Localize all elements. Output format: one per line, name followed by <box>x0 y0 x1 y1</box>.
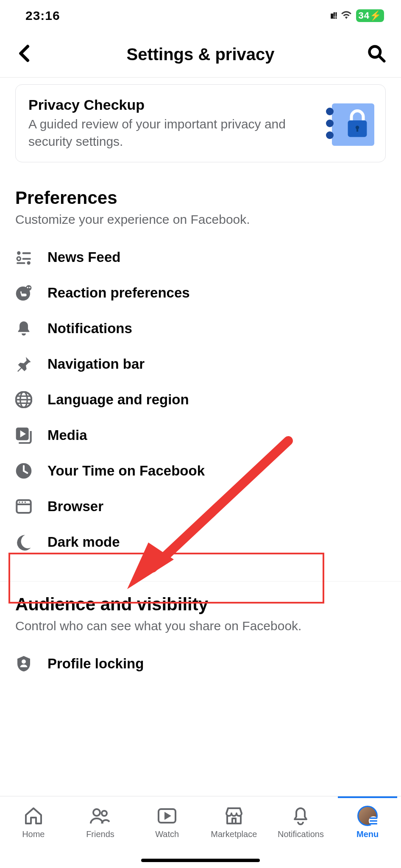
tab-bar: Home Friends Watch Marketplace Notificat… <box>0 796 401 868</box>
section-audience: Audience and visibility Control who can … <box>0 581 401 682</box>
section-title: Preferences <box>15 188 386 208</box>
svg-line-1 <box>379 56 384 61</box>
card-title: Privacy Checkup <box>28 97 316 113</box>
svg-rect-23 <box>17 500 31 513</box>
row-label: News Feed <box>47 249 120 265</box>
clock-icon <box>15 462 32 479</box>
tab-home[interactable]: Home <box>8 805 59 839</box>
section-preferences: Preferences Customize your experience on… <box>0 175 401 581</box>
menu-avatar-icon <box>356 805 379 827</box>
row-label: Media <box>47 427 87 443</box>
pin-icon <box>15 356 32 373</box>
page-header: Settings & privacy <box>0 27 401 78</box>
page-title: Settings & privacy <box>34 45 367 64</box>
svg-point-12 <box>26 285 31 291</box>
reaction-icon <box>15 284 32 301</box>
row-label: Browser <box>47 498 103 515</box>
svg-marker-34 <box>165 813 170 818</box>
row-navigation-bar[interactable]: Navigation bar <box>15 346 386 382</box>
svg-point-7 <box>17 257 20 260</box>
tab-label: Friends <box>86 829 114 839</box>
row-label: Dark mode <box>47 534 120 550</box>
friends-icon <box>89 805 111 827</box>
tab-label: Home <box>22 829 45 839</box>
battery-icon: 34⚡ <box>356 9 384 22</box>
svg-rect-4 <box>356 128 358 132</box>
tab-label: Marketplace <box>211 829 257 839</box>
row-news-feed[interactable]: News Feed <box>15 239 386 275</box>
cellular-icon: ıı!! <box>330 10 337 21</box>
shield-icon <box>15 655 32 672</box>
row-label: Language and region <box>47 392 189 408</box>
card-desc: A guided review of your important privac… <box>28 116 316 150</box>
svg-point-28 <box>22 659 26 664</box>
svg-point-31 <box>93 809 100 816</box>
globe-icon <box>15 391 32 408</box>
row-notifications[interactable]: Notifications <box>15 311 386 346</box>
feed-icon <box>15 249 32 266</box>
svg-point-26 <box>22 501 23 503</box>
home-icon <box>22 805 45 827</box>
browser-icon <box>15 498 32 515</box>
home-indicator[interactable] <box>141 859 260 862</box>
tab-label: Watch <box>155 829 179 839</box>
section-desc: Customize your experience on Facebook. <box>15 212 386 227</box>
tab-marketplace[interactable]: Marketplace <box>209 805 259 839</box>
svg-point-14 <box>29 287 31 288</box>
row-browser[interactable]: Browser <box>15 489 386 524</box>
tab-friends[interactable]: Friends <box>75 805 125 839</box>
svg-point-32 <box>102 811 107 816</box>
row-language-region[interactable]: Language and region <box>15 382 386 417</box>
moon-icon <box>15 534 32 551</box>
row-profile-locking[interactable]: Profile locking <box>15 646 386 682</box>
row-label: Notifications <box>47 320 132 337</box>
section-title: Audience and visibility <box>15 594 386 615</box>
bell-icon <box>15 320 32 337</box>
privacy-checkup-card[interactable]: Privacy Checkup A guided review of your … <box>15 84 386 162</box>
svg-point-27 <box>25 501 26 503</box>
tab-notifications[interactable]: Notifications <box>275 805 326 839</box>
svg-point-25 <box>19 501 20 503</box>
svg-point-9 <box>27 261 31 264</box>
status-bar: 23:16 ıı!! 34⚡ <box>0 0 401 27</box>
svg-rect-10 <box>17 262 25 264</box>
row-reaction-preferences[interactable]: Reaction preferences <box>15 275 386 311</box>
row-label: Profile locking <box>47 656 144 672</box>
notifications-icon <box>290 805 312 827</box>
svg-rect-6 <box>22 252 31 254</box>
svg-point-5 <box>17 251 20 255</box>
row-your-time[interactable]: Your Time on Facebook <box>15 453 386 489</box>
row-label: Reaction preferences <box>47 285 190 301</box>
back-icon[interactable] <box>15 44 34 64</box>
media-icon <box>15 427 32 444</box>
tab-watch[interactable]: Watch <box>142 805 192 839</box>
marketplace-icon <box>223 805 245 827</box>
status-time: 23:16 <box>25 8 60 23</box>
watch-icon <box>156 805 178 827</box>
row-label: Your Time on Facebook <box>47 463 205 479</box>
row-media[interactable]: Media <box>15 417 386 453</box>
status-indicators: ıı!! 34⚡ <box>330 8 384 23</box>
row-label: Navigation bar <box>47 356 145 372</box>
privacy-checkup-illustration <box>326 100 373 147</box>
tab-label: Notifications <box>278 829 324 839</box>
row-dark-mode[interactable]: Dark mode <box>15 524 386 560</box>
tab-menu[interactable]: Menu <box>342 805 393 839</box>
search-icon[interactable] <box>367 44 386 64</box>
svg-rect-8 <box>22 258 31 260</box>
svg-point-13 <box>27 287 28 288</box>
section-desc: Control who can see what you share on Fa… <box>15 619 386 633</box>
wifi-icon <box>341 8 352 23</box>
